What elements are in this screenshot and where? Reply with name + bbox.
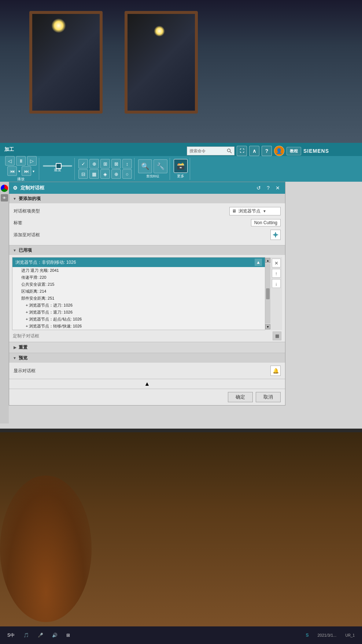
taskbar-icon-4[interactable]: ⊞ bbox=[63, 631, 73, 639]
dialog-panel: ⚙ 定制对话框 ↺ ? ✕ ▼ 要添加的项 对话框项类型 🖥 bbox=[9, 182, 285, 406]
delete-btn[interactable]: ✕ bbox=[272, 259, 281, 267]
dialog-header: ⚙ 定制对话框 ↺ ? ✕ bbox=[9, 182, 285, 194]
speed-section: 速度 bbox=[41, 158, 75, 180]
tree-child-2-text: + 浏览器节点：起点/钻点: 1026 bbox=[26, 317, 82, 322]
add-to-dialog-row: 添加至对话框 bbox=[14, 230, 281, 240]
taskbar-siemens-icon[interactable]: S bbox=[303, 631, 311, 639]
child-dialog-grid-btn[interactable]: ▦ bbox=[273, 332, 281, 340]
tree-item-1-text: 传递平滑: 220 bbox=[21, 275, 46, 280]
collapse-row[interactable]: ▲ bbox=[9, 379, 285, 389]
search-area: 搜索命令 ⛶ ∧ ? 👤 教程 SIEMENS bbox=[187, 146, 340, 156]
play-btn[interactable]: ▷ bbox=[27, 156, 37, 166]
search-icon bbox=[227, 148, 232, 153]
pause-btn[interactable]: ⏸ bbox=[16, 156, 26, 166]
taskbar-icon-2[interactable]: 🎤 bbox=[35, 631, 46, 639]
right-controls-col: ✕ ↑ ↓ bbox=[270, 257, 282, 330]
move-down-btn[interactable]: ↓ bbox=[272, 279, 281, 288]
search-placeholder: 搜索命令 bbox=[189, 148, 206, 154]
tool-icon-7[interactable]: ▦ bbox=[89, 169, 99, 179]
preview-toggle: ▼ bbox=[13, 356, 16, 360]
add-items-section: ▼ 要添加的项 对话框项类型 🖥 浏览器节点 ▼ 标签 bbox=[9, 194, 285, 245]
type-dropdown[interactable]: 🖥 浏览器节点 ▼ bbox=[229, 207, 281, 215]
display-dialog-row: 显示对话框 🔔 bbox=[14, 366, 281, 376]
taskbar-icon-3[interactable]: 🔊 bbox=[49, 631, 60, 639]
already-items-section: ▼ 已用项 浏览器节点：非切削移动: 1026 ▲ 进刀 退刀 光顺: 2041 bbox=[9, 245, 285, 342]
toolbar: ◁ ⏸ ▷ ⏮ ▾ ⏭ ▾ 播放 速度 ✓ bbox=[0, 156, 362, 182]
caret-up-btn[interactable]: ∧ bbox=[249, 146, 259, 156]
back-btn[interactable]: ◁ bbox=[5, 156, 15, 166]
sidebar-color-icon[interactable] bbox=[1, 185, 8, 192]
bg-window-left bbox=[29, 11, 103, 114]
tree-item-0[interactable]: 进刀 退刀 光顺: 2041 bbox=[12, 267, 265, 274]
search-input-box[interactable]: 搜索命令 bbox=[187, 147, 234, 155]
dialog-refresh-btn[interactable]: ↺ bbox=[255, 184, 262, 192]
tree-child-1[interactable]: + 浏览器节点：退刀: 1026 bbox=[12, 309, 265, 316]
bg-light2 bbox=[154, 26, 165, 37]
tool-icon-6[interactable]: ⊟ bbox=[78, 169, 88, 179]
add-items-header[interactable]: ▼ 要添加的项 bbox=[9, 194, 285, 203]
tool-icon-5[interactable]: ↕ bbox=[122, 159, 132, 169]
tree-item-1[interactable]: 传递平滑: 220 bbox=[12, 274, 265, 281]
sidebar-eye-icon[interactable]: 👁 bbox=[1, 194, 8, 201]
header-icons: ⛶ ∧ ? 👤 教程 SIEMENS bbox=[237, 146, 340, 156]
create-feature-btn[interactable]: 🔧 bbox=[154, 159, 167, 173]
cancel-btn[interactable]: 取消 bbox=[256, 392, 281, 402]
user-avatar[interactable]: 👤 bbox=[274, 146, 284, 156]
tool-icon-2[interactable]: ⊕ bbox=[89, 159, 99, 169]
display-dialog-btn[interactable]: 🔔 bbox=[270, 366, 281, 376]
add-to-dialog-btn[interactable] bbox=[270, 230, 281, 240]
tree-child-2[interactable]: + 浏览器节点：起点/钻点: 1026 bbox=[12, 316, 265, 323]
tree-item-4-text: 部件安全距离: 251 bbox=[21, 296, 54, 300]
scroll-down-btn[interactable]: ▼ bbox=[265, 324, 270, 329]
type-dropdown-value: 浏览器节点 bbox=[239, 208, 261, 214]
move-up-btn[interactable]: ↑ bbox=[272, 269, 281, 278]
tool-icon-8[interactable]: ◈ bbox=[100, 169, 110, 179]
tree-child-1-text: + 浏览器节点：退刀: 1026 bbox=[26, 310, 73, 315]
guitar-area bbox=[0, 475, 92, 622]
dialog-gear-icon: ⚙ bbox=[13, 185, 18, 191]
tree-item-3[interactable]: 区域距离: 214 bbox=[12, 288, 265, 295]
collapse-arrow-icon: ▲ bbox=[144, 381, 150, 387]
reset-section[interactable]: ▶ 重置 bbox=[9, 342, 285, 353]
tree-item-4[interactable]: 部件安全距离: 251 bbox=[12, 295, 265, 302]
speed-slider[interactable] bbox=[43, 165, 72, 167]
more-section: 🗃️ 更多 bbox=[171, 158, 190, 180]
taskbar-start[interactable]: S中 bbox=[4, 631, 18, 640]
tree-container: 浏览器节点：非切削移动: 1026 ▲ 进刀 退刀 光顺: 2041 传递平滑:… bbox=[12, 257, 265, 330]
preview-header[interactable]: ▼ 预览 bbox=[9, 353, 285, 363]
tree-child-0[interactable]: + 浏览器节点：进刀: 1026 bbox=[12, 302, 265, 309]
bg-light bbox=[51, 18, 66, 33]
tool-icon-4[interactable]: ⊠ bbox=[111, 159, 121, 169]
tree-up-btn[interactable]: ▲ bbox=[255, 259, 262, 266]
confirm-btn[interactable]: 确定 bbox=[228, 392, 253, 402]
already-toggle: ▼ bbox=[13, 248, 16, 252]
help-btn[interactable]: ? bbox=[262, 146, 272, 156]
siemens-brand: SIEMENS bbox=[303, 148, 329, 154]
taskbar-icon-1[interactable]: 🎵 bbox=[21, 631, 32, 639]
prev-step-btn[interactable]: ⏮ bbox=[7, 166, 17, 176]
tree-selected-item[interactable]: 浏览器节点：非切削移动: 1026 ▲ bbox=[12, 258, 265, 267]
next-step-btn[interactable]: ⏭ bbox=[22, 166, 31, 176]
more-btn[interactable]: 🗃️ bbox=[174, 159, 188, 173]
app-container: 加工 搜索命令 ⛶ ∧ ? 👤 教程 SIEMENS bbox=[0, 143, 362, 429]
tool-icon-1[interactable]: ✓ bbox=[78, 159, 88, 169]
more-label: 更多 bbox=[177, 174, 184, 179]
tool-icon-10[interactable]: ○ bbox=[122, 169, 132, 179]
tree-item-2[interactable]: 公共安全设置: 215 bbox=[12, 281, 265, 288]
find-feature-btn[interactable]: 🔍 bbox=[138, 159, 152, 173]
tag-value-area: Non Cutting bbox=[50, 219, 281, 226]
tool-icon-3[interactable]: ⊞ bbox=[100, 159, 110, 169]
child-dialog-row: 定制子对话框 ▦ bbox=[9, 330, 285, 342]
taskbar: S中 🎵 🎤 🔊 ⊞ S 2021/3/1... UR_1 bbox=[0, 626, 362, 644]
dialog-help-btn[interactable]: ? bbox=[265, 184, 272, 192]
tutorial-btn[interactable]: 教程 bbox=[287, 147, 301, 155]
scroll-up-btn[interactable]: ▲ bbox=[265, 258, 270, 263]
tree-child-3[interactable]: + 浏览器节点：转移/快速: 1026 bbox=[12, 323, 265, 330]
dialog-close-btn[interactable]: ✕ bbox=[274, 184, 281, 192]
fullscreen-icon-btn[interactable]: ⛶ bbox=[237, 146, 247, 156]
add-items-content: 对话框项类型 🖥 浏览器节点 ▼ 标签 Non Cutting bbox=[9, 203, 285, 245]
tree-child-3-text: + 浏览器节点：转移/快速: 1026 bbox=[26, 323, 82, 329]
tool-icon-9[interactable]: ⊕ bbox=[111, 169, 121, 179]
already-items-header[interactable]: ▼ 已用项 bbox=[9, 245, 285, 255]
tree-item-0-text: 进刀 退刀 光顺: 2041 bbox=[21, 268, 59, 273]
